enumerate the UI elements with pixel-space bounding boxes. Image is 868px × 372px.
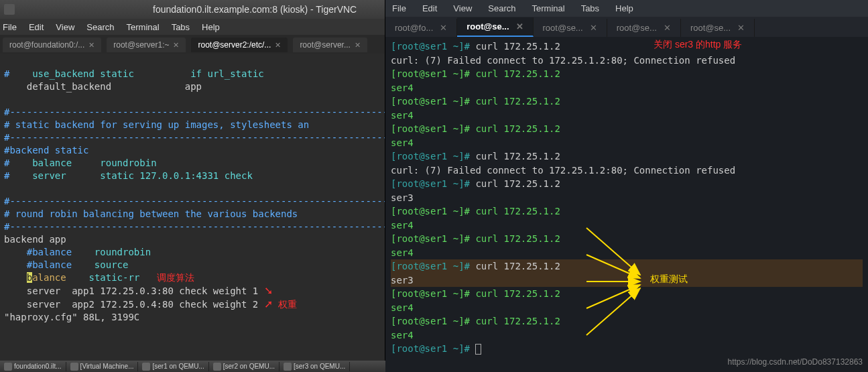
menu-tabs[interactable]: Tabs — [172, 22, 190, 32]
menu-file[interactable]: File — [3, 22, 17, 32]
window-title: foundation0.ilt.example.com:8 (kiosk) - … — [153, 4, 357, 15]
terminal-line: [root@ser1 ~]# curl 172.25.1.2 — [391, 95, 863, 109]
terminal-line: [root@ser1 ~]# curl 172.25.1.2 — [391, 67, 863, 81]
menu-help[interactable]: Help — [615, 3, 633, 13]
menu-view[interactable]: View — [56, 22, 74, 32]
left-tabbar: root@foundation0:/...✕ root@server1:~✕ r… — [0, 35, 385, 54]
terminal-line: [root@ser1 ~]# curl 172.25.1.2 — [391, 177, 863, 191]
right-tab-1[interactable]: root@se...✕ — [457, 17, 533, 37]
window-app-icon — [4, 4, 15, 15]
code-line: # static backend for serving up images, … — [4, 119, 309, 130]
terminal-line: ser4 — [391, 81, 863, 95]
right-menubar: File Edit View Search Terminal Tabs Help — [385, 0, 868, 17]
code-line: default_backend app — [4, 81, 202, 92]
menu-search[interactable]: Search — [86, 22, 114, 32]
window-titlebar[interactable]: foundation0.ilt.example.com:8 (kiosk) - … — [0, 0, 385, 19]
terminal-line: ser4 — [391, 136, 863, 150]
terminal-line: [root@ser1 ~]# curl 172.25.1.2 — [391, 204, 863, 219]
close-icon[interactable]: ✕ — [88, 41, 95, 50]
code-sep: #---------------------------------------… — [4, 107, 385, 117]
terminal-line: curl: (7) Failed connect to 172.25.1.2:8… — [391, 164, 863, 178]
right-tab-2[interactable]: root@se...✕ — [534, 19, 607, 37]
close-icon[interactable]: ✕ — [664, 23, 671, 33]
app-icon — [213, 363, 221, 371]
app-icon — [142, 363, 150, 371]
terminal-line: [root@ser1 ~]# curl 172.25.1.2 — [391, 314, 863, 328]
code-sep: #---------------------------------------… — [4, 196, 385, 206]
taskbar-item[interactable]: [ser1 on QEMU... — [138, 362, 208, 371]
arrow-icon: ➘ — [264, 285, 273, 296]
desktop-taskbar: foundation0.ilt... [Virtual Machine... [… — [0, 361, 385, 372]
taskbar-item[interactable]: [ser2 on QEMU... — [209, 362, 280, 371]
menu-search[interactable]: Search — [488, 3, 515, 13]
arrow-icon: ➚ — [264, 298, 273, 310]
terminal-line: [root@ser1 ~]# curl 172.25.1.2 — [391, 122, 863, 136]
left-tab-1[interactable]: root@server1:~✕ — [107, 38, 186, 52]
close-icon[interactable]: ✕ — [590, 23, 597, 33]
right-tab-4[interactable]: root@se...✕ — [681, 19, 755, 37]
terminal-line: [root@ser1 ~]# curl 172.25.1.2 — [391, 40, 863, 54]
terminal-line: [root@ser1 ~]# curl 172.25.1.2 — [391, 259, 863, 273]
vim-status: "haproxy.cfg" 88L, 3199C — [4, 312, 139, 322]
menu-edit[interactable]: Edit — [29, 22, 44, 32]
annotation-close-http: 关闭 ser3 的http 服务 — [654, 39, 742, 51]
annotation-weight: 权重 — [278, 299, 297, 310]
terminal-line: [root@ser1 ~]# curl 172.25.1.2 — [391, 232, 863, 246]
annotation-weight-test: 权重测试 — [650, 273, 688, 286]
menu-help[interactable]: Help — [202, 22, 220, 32]
close-icon[interactable]: ✕ — [275, 41, 281, 50]
code-line: #balance source — [4, 259, 128, 270]
app-icon — [4, 363, 12, 371]
terminal-line: curl: (7) Failed connect to 172.25.1.2:8… — [391, 54, 863, 68]
taskbar-item[interactable]: [Virtual Machine... — [66, 362, 139, 371]
terminal-line: ser4 — [391, 246, 863, 260]
right-tab-3[interactable]: root@se...✕ — [607, 19, 681, 37]
code-line: backend app — [4, 234, 66, 245]
code-line: balance static-rr 调度算法 — [4, 272, 194, 283]
annotation-scheduling: 调度算法 — [157, 272, 194, 283]
left-vnc-window: foundation0.ilt.example.com:8 (kiosk) - … — [0, 0, 385, 372]
left-terminal-body[interactable]: # use_backend static if url_static defau… — [0, 54, 385, 372]
right-terminal-window: File Edit View Search Terminal Tabs Help… — [385, 0, 868, 372]
code-sep: #---------------------------------------… — [4, 221, 385, 232]
app-icon — [284, 363, 292, 371]
taskbar-item[interactable]: [ser3 on QEMU... — [280, 362, 350, 371]
code-line: server app1 172.25.0.3:80 check weight 1… — [4, 286, 273, 296]
terminal-line: ser4 — [391, 328, 863, 343]
terminal-line: ser4 — [391, 219, 863, 233]
menu-terminal[interactable]: Terminal — [532, 3, 565, 13]
watermark: https://blog.csdn.net/DoDo837132863 — [728, 357, 863, 367]
code-line: server app2 172.25.0.4:80 check weight 2… — [4, 299, 297, 310]
close-icon[interactable]: ✕ — [355, 41, 361, 50]
close-icon[interactable]: ✕ — [440, 23, 447, 33]
code-line: #backend static — [4, 145, 88, 156]
terminal-line: [root@ser1 ~]# curl 172.25.1.2 — [391, 149, 863, 164]
terminal-line: ser4 — [391, 301, 863, 315]
cursor — [475, 344, 481, 355]
left-tab-0[interactable]: root@foundation0:/...✕ — [3, 38, 101, 52]
left-tab-2[interactable]: root@server2:/etc/...✕ — [191, 38, 288, 52]
terminal-line: [root@ser1 ~]# — [391, 342, 863, 356]
menu-terminal[interactable]: Terminal — [127, 22, 160, 32]
app-icon — [70, 363, 78, 371]
right-terminal-body[interactable]: [root@ser1 ~]# curl 172.25.1.2curl: (7) … — [385, 37, 868, 372]
right-tabbar: root@fo...✕ root@se...✕ root@se...✕ root… — [385, 17, 868, 37]
code-line: #balance roundrobin — [4, 247, 151, 257]
terminal-line: ser3 — [391, 191, 863, 205]
code-line: # round robin balancing between the vari… — [4, 208, 298, 219]
close-icon[interactable]: ✕ — [737, 23, 745, 33]
terminal-line: ser3 — [391, 273, 863, 288]
code-sep: #---------------------------------------… — [4, 132, 385, 143]
close-icon[interactable]: ✕ — [173, 41, 179, 50]
cursor-char: b — [27, 272, 32, 283]
menu-file[interactable]: File — [392, 3, 406, 13]
menu-tabs[interactable]: Tabs — [581, 3, 599, 13]
menu-view[interactable]: View — [453, 3, 472, 13]
left-tab-3[interactable]: root@server...✕ — [293, 38, 367, 52]
right-tab-0[interactable]: root@fo...✕ — [385, 19, 457, 37]
terminal-line: [root@ser1 ~]# curl 172.25.1.2 — [391, 287, 863, 301]
close-icon[interactable]: ✕ — [516, 21, 523, 32]
terminal-line: ser4 — [391, 109, 863, 123]
menu-edit[interactable]: Edit — [422, 3, 437, 13]
taskbar-item[interactable]: foundation0.ilt... — [0, 362, 66, 371]
